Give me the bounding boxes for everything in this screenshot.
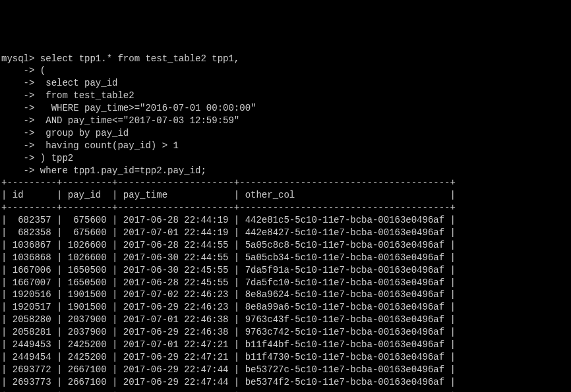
continuation-prompt: -> bbox=[1, 140, 34, 151]
table-header: | id | pay_id | pay_time | other_col | bbox=[1, 190, 456, 200]
query-line-3: from test_table2 bbox=[34, 90, 134, 101]
mysql-prompt[interactable]: mysql> bbox=[1, 53, 34, 64]
query-line-8: ) tpp2 bbox=[34, 153, 73, 163]
query-line-1: ( bbox=[34, 65, 45, 76]
continuation-prompt: -> bbox=[1, 78, 34, 88]
table-border-top: +---------+---------+-------------------… bbox=[1, 177, 456, 188]
continuation-prompt: -> bbox=[1, 90, 34, 101]
query-line-5: AND pay_time<="2017-07-03 12:59:59" bbox=[34, 115, 239, 126]
query-line-9: where tpp1.pay_id=tpp2.pay_id; bbox=[34, 165, 206, 176]
continuation-prompt: -> bbox=[1, 153, 34, 163]
continuation-prompt: -> bbox=[1, 165, 34, 176]
continuation-prompt: -> bbox=[1, 103, 34, 113]
terminal-output: mysql> select tpp1.* from test_table2 tp… bbox=[1, 53, 570, 392]
continuation-prompt: -> bbox=[1, 115, 34, 126]
table-border-bottom: +---------+---------+-------------------… bbox=[1, 389, 456, 392]
query-line-6: group by pay_id bbox=[34, 128, 129, 138]
table-border-mid: +---------+---------+-------------------… bbox=[1, 202, 456, 213]
query-line-7: having count(pay_id) > 1 bbox=[34, 140, 178, 151]
continuation-prompt: -> bbox=[1, 128, 34, 138]
query-line-2: select pay_id bbox=[34, 78, 117, 88]
continuation-prompt: -> bbox=[1, 65, 34, 76]
table-rows: | 682357 | 675600 | 2017-06-28 22:44:19 … bbox=[1, 215, 456, 387]
query-line-4: WHERE pay_time>="2016-07-01 00:00:00" bbox=[34, 103, 256, 113]
query-line-0: select tpp1.* from test_table2 tpp1, bbox=[34, 53, 239, 64]
